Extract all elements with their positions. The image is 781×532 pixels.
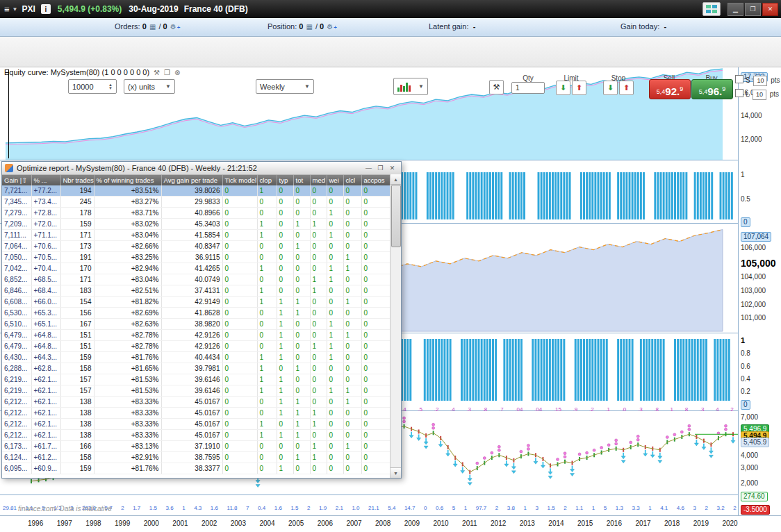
table-row[interactable]: 7,042...+70.4...170+82.94%41.42650100011… [2, 263, 390, 274]
panel-close-icon[interactable]: ⊗ [174, 69, 180, 76]
panel-window-icon[interactable]: ❐ [164, 69, 170, 76]
table-row[interactable]: 7,111...+71.1...171+83.04%41.58540100010… [2, 230, 390, 241]
x-axis-year: 2002 [202, 519, 217, 527]
cell: 171 [60, 230, 94, 241]
indicator-value: 4.6 [677, 505, 684, 511]
limit-checkbox[interactable] [735, 89, 743, 97]
table-row[interactable]: 6,846...+68.4...183+82.51%37.41310100100… [2, 285, 390, 297]
scroll-down-icon[interactable]: ▼ [390, 467, 401, 478]
cell: 1 [327, 330, 343, 341]
maximize-button[interactable]: ❐ [745, 3, 761, 16]
buy-button[interactable]: 5,496.9 [691, 79, 733, 99]
column-header[interactable]: clcl [343, 175, 361, 185]
column-header[interactable]: Gain |⇧ [2, 175, 31, 185]
table-row[interactable]: 6,212...+62.1...138+83.33%45.01670101100… [2, 419, 390, 430]
cell: 0 [310, 308, 327, 319]
close-button[interactable]: ✕ [762, 3, 778, 16]
scrollbar-thumb[interactable] [391, 185, 401, 247]
cell: 0 [327, 397, 343, 408]
table-row[interactable]: 7,345...+73.4...245+83.27%29.98330000000… [2, 197, 390, 208]
cell: 0 [222, 319, 257, 330]
orders-settings-icon[interactable]: ⚙ [170, 23, 176, 31]
cell: 1 [293, 430, 310, 441]
table-row[interactable]: 7,050...+70.5...191+83.25%36.91150000001… [2, 252, 390, 263]
table-row[interactable]: 6,510...+65.1...167+82.63%38.98200010010… [2, 319, 390, 330]
scrollbar[interactable]: ▲ ▼ [390, 174, 401, 478]
table-row[interactable]: 7,721...+77.2...194+83.51%39.80260100000… [2, 185, 390, 197]
cell: 0 [343, 208, 361, 219]
table-row[interactable]: 6,219...+62.1...157+81.53%39.61460110011… [2, 385, 390, 397]
workspace-grid-icon[interactable] [702, 2, 721, 16]
table-row[interactable]: 6,095...+60.9...159+81.76%38.33770010000… [2, 463, 390, 474]
qty-input[interactable]: 1 [511, 82, 545, 94]
table-row[interactable]: 7,279...+72.8...178+83.71%40.89660000010… [2, 208, 390, 219]
optimize-window-titlebar[interactable]: Optimize report - MySystem(80) - France … [2, 162, 401, 175]
sell-button[interactable]: 5,492.9 [649, 79, 691, 99]
table-row[interactable]: 6,288...+62.8...158+81.65%39.79810101000… [2, 363, 390, 374]
minimize-button[interactable]: — [363, 163, 375, 174]
position-settings-icon[interactable]: ⚙ [327, 23, 333, 31]
cell: 39.8026 [161, 185, 222, 197]
stop-sell-icon[interactable]: ⬆ [619, 81, 634, 95]
quantity-stepper[interactable]: 10000 ▲▼ [68, 79, 117, 94]
table-row[interactable]: 7,209...+72.0...159+83.02%45.34030101100… [2, 219, 390, 230]
cell: 39.7981 [161, 363, 222, 374]
table-row[interactable]: 6,212...+62.1...138+83.33%45.01670011100… [2, 408, 390, 419]
table-row[interactable]: 6,479...+64.8...151+82.78%42.91260010110… [2, 341, 390, 352]
signal-value: .2 [434, 406, 439, 413]
qty-label: Qty [511, 74, 545, 82]
menu-icon[interactable]: ≡ [4, 4, 10, 15]
table-row[interactable]: 6,430...+64.3...159+81.76%40.44340110010… [2, 352, 390, 363]
maximize-button[interactable]: ❐ [375, 163, 386, 174]
table-row[interactable]: 6,530...+65.3...156+82.69%41.86280011000… [2, 308, 390, 319]
column-header[interactable]: % ... [31, 175, 60, 185]
scroll-up-icon[interactable]: ▲ [390, 174, 401, 185]
cell: +70.5... [31, 252, 60, 263]
minimize-button[interactable]: ▁ [727, 3, 743, 16]
panel-divider[interactable] [0, 160, 738, 160]
column-header[interactable]: med [310, 175, 327, 185]
cell: 171 [60, 274, 94, 285]
table-row[interactable]: 6,608...+66.0...154+81.82%42.91490111001… [2, 297, 390, 308]
info-icon[interactable]: i [41, 4, 51, 14]
table-row[interactable]: 7,064...+70.6...173+82.66%40.83470001000… [2, 241, 390, 252]
column-header[interactable]: typ [277, 175, 293, 185]
panel-settings-icon[interactable]: ⚒ [154, 69, 160, 76]
column-header[interactable]: tot [293, 175, 310, 185]
position-list-icon[interactable]: ▦ [306, 23, 312, 31]
stop-buy-icon[interactable]: ⬇ [603, 81, 618, 95]
units-dropdown[interactable]: (x) units▼ [124, 79, 175, 94]
limit-pts-input[interactable]: 10 [753, 90, 766, 100]
table-row[interactable]: 6,173...+61.7...166+83.13%37.19100000101… [2, 441, 390, 452]
timeframe-dropdown[interactable]: Weekly▼ [256, 79, 314, 94]
title-bar[interactable]: ≡ ▼ PXI i 5,494.9 (+0.83%) 30-Aug-2019 F… [0, 0, 781, 18]
table-row[interactable]: 6,212...+62.1...138+83.33%45.01670011001… [2, 397, 390, 408]
cell: 0 [277, 219, 293, 230]
column-header[interactable]: Avg gain per trade [161, 175, 222, 185]
limit-buy-icon[interactable]: ⬇ [556, 81, 570, 95]
stop-checkbox[interactable] [735, 75, 743, 83]
column-header[interactable]: Tick model [222, 175, 257, 185]
column-header[interactable]: accpos [361, 175, 390, 185]
order-settings-button[interactable]: ⚒ [489, 80, 504, 94]
table-row[interactable]: 6,479...+64.8...151+82.78%42.91260010011… [2, 330, 390, 341]
cell: 159 [60, 352, 94, 363]
table-row[interactable]: 6,852...+68.5...171+83.04%40.07490000110… [2, 274, 390, 285]
signal-value: 4 [716, 406, 718, 413]
column-header[interactable]: Nbr trades [60, 175, 94, 185]
orders-list-icon[interactable]: ▦ [149, 23, 156, 31]
column-header[interactable]: % of winning trades [94, 175, 161, 185]
column-header[interactable]: wei [327, 175, 343, 185]
limit-sell-icon[interactable]: ⬆ [572, 81, 586, 95]
stepper-arrows-icon[interactable]: ▲▼ [108, 83, 113, 90]
stop-pts-input[interactable]: 10 [753, 76, 767, 86]
chart-type-button[interactable]: ▼ [393, 78, 428, 95]
cell: 0 [343, 230, 361, 241]
column-header[interactable]: clop [257, 175, 277, 185]
cell: 0 [310, 430, 327, 441]
table-row[interactable]: 6,219...+62.1...157+81.53%39.61460110000… [2, 374, 390, 385]
panel-divider[interactable] [0, 494, 738, 495]
table-row[interactable]: 6,212...+62.1...138+83.33%45.01670111000… [2, 430, 390, 441]
close-button[interactable]: ✕ [386, 163, 398, 174]
table-row[interactable]: 6,124...+61.2...158+82.91%38.75950001100… [2, 452, 390, 463]
